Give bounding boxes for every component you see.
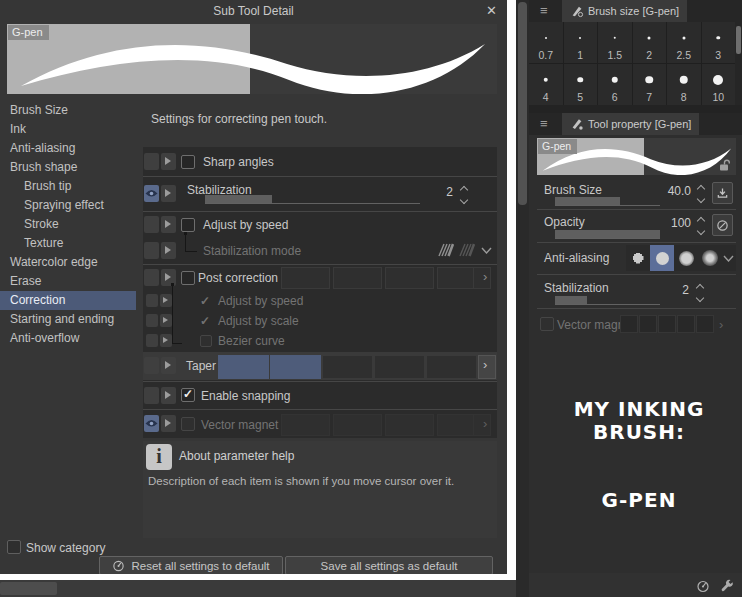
post-correction-segment[interactable] <box>385 267 434 289</box>
sidebar-item-spraying-effect[interactable]: Spraying effect <box>0 196 136 215</box>
brush-size-preset[interactable]: 8 <box>667 64 701 105</box>
brush-size-preset[interactable]: 2.5 <box>667 22 701 63</box>
dialog-titlebar[interactable]: Sub Tool Detail ✕ <box>0 0 507 22</box>
brush-size-preset[interactable]: 10 <box>702 64 736 105</box>
vertical-scrollbar-thumb[interactable] <box>518 2 527 205</box>
eye-visibility-toggle[interactable] <box>144 242 159 259</box>
tp-stabilization-spinner[interactable] <box>697 285 703 301</box>
tp-vector-magnet-segment[interactable] <box>696 315 714 333</box>
brush-size-preset[interactable]: 1.5 <box>598 22 632 63</box>
tp-vector-magnet-segment[interactable] <box>658 315 676 333</box>
detail-arrow-button[interactable] <box>161 357 176 374</box>
brush-size-preset[interactable]: 0.7 <box>529 22 563 63</box>
eye-visibility-toggle[interactable] <box>144 216 159 233</box>
tp-vector-magnet-segment[interactable] <box>639 315 657 333</box>
sidebar-item-correction[interactable]: Correction <box>0 291 136 310</box>
sidebar-item-erase[interactable]: Erase <box>0 272 136 291</box>
tp-stabilization-slider[interactable] <box>555 295 660 305</box>
detail-arrow-button[interactable] <box>160 314 172 327</box>
brush-size-preset[interactable]: 3 <box>702 22 736 63</box>
anti-aliasing-option-middle[interactable] <box>674 245 698 271</box>
detail-arrow-button[interactable] <box>161 185 176 202</box>
brush-size-preset[interactable]: 5 <box>564 64 598 105</box>
brush-size-preset[interactable]: 4 <box>529 64 563 105</box>
tp-vector-magnet-segment[interactable] <box>620 315 638 333</box>
taper-segment[interactable] <box>322 355 373 379</box>
sidebar-item-anti-overflow[interactable]: Anti-overflow <box>0 329 136 348</box>
tp-opacity-slider[interactable] <box>555 229 660 239</box>
expand-arrow-icon[interactable]: › <box>483 416 487 431</box>
tp-opacity-value[interactable]: 100 <box>649 216 691 230</box>
eye-visibility-toggle[interactable] <box>146 334 158 347</box>
unlock-icon[interactable] <box>717 158 731 172</box>
anti-aliasing-option-strong[interactable] <box>698 245 722 271</box>
brush-size-scrollbar[interactable] <box>735 22 742 105</box>
panel-menu-icon[interactable]: ≡ <box>540 3 548 18</box>
eye-visibility-toggle[interactable] <box>144 387 159 404</box>
taper-segment[interactable] <box>426 355 477 379</box>
detail-arrow-button[interactable] <box>160 334 172 347</box>
tp-stabilization-value[interactable]: 2 <box>659 283 689 297</box>
eye-visibility-toggle[interactable] <box>144 269 159 286</box>
chevron-down-icon[interactable] <box>723 255 734 262</box>
enable-snapping-checkbox[interactable]: ✓ <box>181 388 195 402</box>
post-correction-segment[interactable] <box>473 267 491 289</box>
sidebar-item-anti-aliasing[interactable]: Anti-aliasing <box>0 139 136 158</box>
close-icon[interactable]: ✕ <box>486 3 497 18</box>
brush-size-preset[interactable]: 2 <box>633 22 667 63</box>
sharp-angles-checkbox[interactable] <box>181 155 195 169</box>
tp-vector-magnet-segment[interactable] <box>677 315 695 333</box>
stabilization-value[interactable]: 2 <box>423 185 453 199</box>
detail-arrow-button[interactable] <box>161 242 176 259</box>
sidebar-item-starting-and-ending[interactable]: Starting and ending <box>0 310 136 329</box>
tab-brush-size[interactable]: Brush size [G-pen] <box>562 0 687 22</box>
adjust-by-speed-checkbox[interactable] <box>181 218 195 232</box>
eye-visibility-toggle[interactable] <box>146 294 158 307</box>
post-correction-checkbox[interactable] <box>181 271 195 285</box>
expand-arrow-icon[interactable]: › <box>483 357 487 372</box>
tab-tool-property[interactable]: Tool property [G-pen] <box>562 113 699 135</box>
sidebar-item-texture[interactable]: Texture <box>0 234 136 253</box>
reset-tool-icon[interactable] <box>696 579 710 593</box>
horizontal-scrollbar[interactable] <box>0 580 516 597</box>
show-category-checkbox[interactable] <box>7 540 21 554</box>
tp-vector-magnet-checkbox[interactable] <box>540 317 554 331</box>
tp-brush-size-slider[interactable] <box>555 196 660 206</box>
vertical-scrollbar[interactable] <box>516 0 529 597</box>
stroke-mode-icon-2[interactable] <box>458 243 475 257</box>
panel-menu-icon[interactable]: ≡ <box>540 116 548 131</box>
bezier-curve-checkbox[interactable] <box>200 335 212 347</box>
eye-visibility-toggle[interactable] <box>144 415 159 432</box>
expand-arrow-icon[interactable]: › <box>483 269 487 284</box>
eye-visibility-toggle[interactable] <box>146 314 158 327</box>
chevron-down-icon[interactable] <box>481 247 492 254</box>
vector-magnet-segment[interactable] <box>473 414 491 436</box>
detail-arrow-button[interactable] <box>161 415 176 432</box>
detail-arrow-button[interactable] <box>161 387 176 404</box>
eye-visibility-toggle[interactable] <box>144 153 159 170</box>
stabilization-slider[interactable] <box>205 194 420 204</box>
brush-size-scrollbar-thumb[interactable] <box>736 26 741 54</box>
sidebar-item-ink[interactable]: Ink <box>0 120 136 139</box>
sidebar-item-brush-tip[interactable]: Brush tip <box>0 177 136 196</box>
post-correction-segment[interactable] <box>333 267 382 289</box>
tp-opacity-spinner[interactable] <box>698 218 704 234</box>
anti-aliasing-option-weak[interactable] <box>650 245 674 271</box>
stabilization-spinner[interactable] <box>461 187 467 203</box>
stroke-mode-icon-1[interactable] <box>437 243 454 257</box>
vector-magnet-segment[interactable] <box>333 414 382 436</box>
taper-segment[interactable] <box>270 355 321 379</box>
sidebar-item-watercolor-edge[interactable]: Watercolor edge <box>0 253 136 272</box>
brush-size-preset[interactable]: 6 <box>598 64 632 105</box>
anti-aliasing-option-none[interactable] <box>626 245 650 271</box>
detail-arrow-button[interactable] <box>161 153 176 170</box>
horizontal-scrollbar-thumb[interactable] <box>0 582 57 595</box>
vector-magnet-segment[interactable] <box>281 414 330 436</box>
register-brush-size-button[interactable] <box>712 182 733 204</box>
post-correction-segment[interactable] <box>281 267 330 289</box>
vector-magnet-segment[interactable] <box>385 414 434 436</box>
sidebar-item-brush-shape[interactable]: Brush shape <box>0 158 136 177</box>
reset-all-settings-button[interactable]: Reset all settings to default <box>99 556 283 575</box>
taper-segment[interactable] <box>374 355 425 379</box>
save-all-settings-button[interactable]: Save all settings as default <box>285 556 493 575</box>
